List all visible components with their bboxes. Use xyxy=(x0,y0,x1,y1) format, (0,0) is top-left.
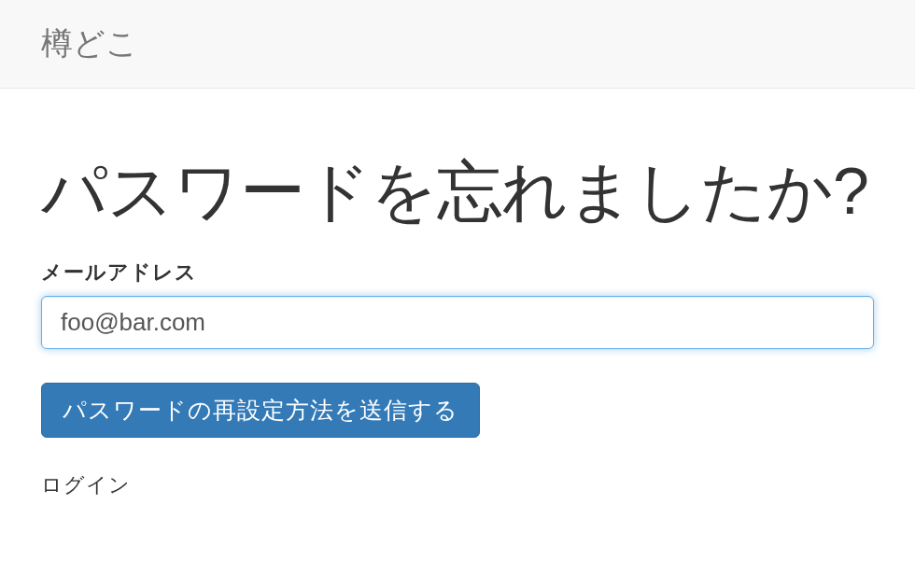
email-field[interactable] xyxy=(41,296,874,349)
login-link[interactable]: ログイン xyxy=(41,471,131,499)
navbar: 樽どこ xyxy=(0,0,915,89)
navbar-brand[interactable]: 樽どこ xyxy=(41,25,138,61)
page-title: パスワードを忘れましたか? xyxy=(41,148,874,236)
submit-button[interactable]: パスワードの再設定方法を送信する xyxy=(41,383,480,438)
email-label: メールアドレス xyxy=(41,259,874,287)
main-container: パスワードを忘れましたか? メールアドレス パスワードの再設定方法を送信する ロ… xyxy=(0,89,915,537)
